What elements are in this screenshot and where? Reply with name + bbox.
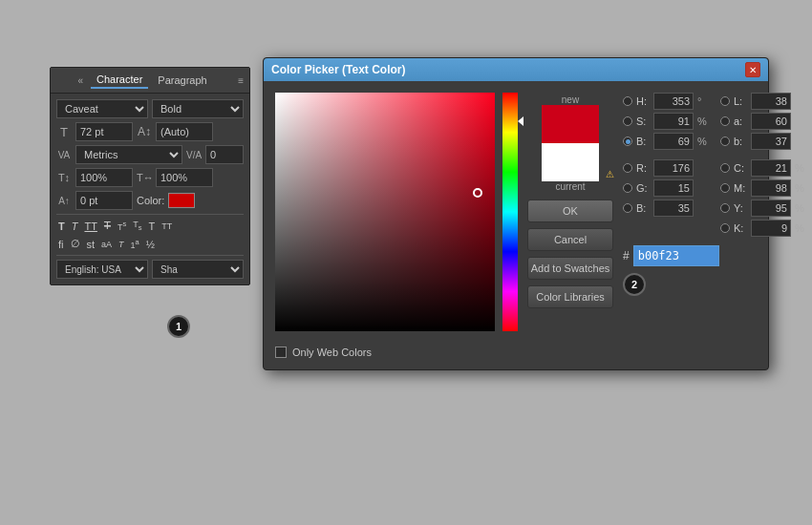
format-row-2: fi ∅ st aA T 1a ½ [56, 237, 244, 251]
web-colors-checkbox[interactable] [275, 346, 287, 358]
size-leading-row: T A↕ [56, 122, 244, 141]
tab-paragraph[interactable]: Paragraph [152, 73, 212, 88]
radio-S[interactable] [623, 116, 632, 126]
font-family-select[interactable]: Caveat [56, 99, 148, 118]
input-R[interactable] [653, 159, 694, 177]
tracking-input[interactable] [205, 145, 244, 164]
tab-character[interactable]: Character [91, 72, 148, 89]
field-L: L: [720, 93, 808, 110]
radio-a[interactable] [720, 116, 730, 126]
kerning-select[interactable]: Metrics [75, 145, 182, 164]
underline-btn[interactable]: TT [82, 220, 98, 233]
radio-L[interactable] [720, 96, 730, 106]
unit-K: % [795, 222, 808, 234]
font-row: Caveat Bold [56, 99, 244, 118]
hue-slider[interactable] [502, 93, 518, 331]
input-C[interactable] [751, 159, 791, 177]
radio-Y[interactable] [720, 203, 730, 213]
fields-two-col: H: ° S: % B: [623, 93, 808, 237]
font-size-input[interactable] [75, 122, 133, 141]
radio-M[interactable] [720, 183, 730, 193]
fraction-btn[interactable]: ½ [144, 238, 157, 251]
baseline-input[interactable] [75, 191, 133, 210]
leading-input[interactable] [156, 122, 213, 141]
dialog-titlebar: Color Picker (Text Color) ✕ [264, 58, 768, 81]
dialog-close-button[interactable]: ✕ [745, 62, 760, 77]
superscript-btn[interactable]: Ts [116, 219, 128, 233]
font-style-select[interactable]: Bold [152, 99, 244, 118]
radio-B2[interactable] [623, 203, 632, 213]
hscale-input[interactable] [156, 168, 213, 187]
cancel-button[interactable]: Cancel [527, 228, 613, 251]
radio-B[interactable] [623, 136, 632, 146]
language-select[interactable]: English: USA [56, 260, 148, 279]
input-Y[interactable] [751, 200, 791, 217]
field-S: S: % [623, 113, 711, 130]
ligature-btn[interactable]: fi [56, 238, 66, 251]
radio-C[interactable] [720, 163, 730, 173]
input-S[interactable] [653, 113, 694, 130]
gradient-hue-row [275, 93, 518, 331]
input-b[interactable] [751, 133, 791, 150]
radio-K[interactable] [720, 223, 730, 233]
field-K: K: % [720, 220, 808, 237]
input-B[interactable] [653, 133, 694, 150]
label-H: H: [636, 95, 650, 107]
unit-H: ° [697, 95, 711, 107]
ordinal-btn[interactable]: aA [99, 239, 114, 250]
collapse-icon[interactable]: « [77, 75, 83, 86]
tracking-icon: V/A [186, 150, 202, 160]
input-H[interactable] [653, 93, 694, 110]
color-libraries-button[interactable]: Color Libraries [527, 285, 613, 308]
nofrac-btn[interactable]: ∅ [69, 237, 82, 251]
label-S: S: [636, 116, 650, 127]
swatch-new[interactable] [542, 105, 599, 143]
faux-italic-btn[interactable]: T [117, 239, 126, 250]
hscale-icon: T↔ [137, 172, 152, 183]
italic-btn[interactable]: T [70, 220, 80, 233]
unit-B: % [697, 136, 711, 147]
input-G[interactable] [653, 179, 694, 197]
vscale-input[interactable] [75, 168, 133, 187]
bold-btn[interactable]: T [56, 220, 67, 233]
label-Y: Y: [734, 202, 747, 214]
input-M[interactable] [751, 179, 791, 197]
sharpness-select[interactable]: Sha [152, 260, 244, 279]
gradient-field[interactable] [275, 93, 495, 331]
leading-icon: A↕ [137, 125, 152, 138]
input-L[interactable] [751, 93, 791, 110]
color-swatch[interactable] [168, 193, 195, 208]
subscript-btn[interactable]: Ts [131, 219, 143, 233]
field-M: M: % [720, 179, 808, 197]
web-colors-row: Only Web Colors [275, 339, 518, 358]
field-a: a: [720, 113, 808, 130]
oldstyle-btn[interactable]: st [85, 238, 97, 251]
dialog-title: Color Picker (Text Color) [271, 63, 405, 76]
web-colors-label: Only Web Colors [292, 346, 372, 358]
radio-G[interactable] [623, 183, 632, 193]
smallcaps-btn[interactable]: TT [160, 220, 174, 232]
panel-menu-icon[interactable]: ≡ [238, 75, 244, 86]
input-B2[interactable] [653, 200, 694, 217]
field-G: G: [623, 179, 711, 197]
label-M: M: [734, 182, 747, 194]
radio-R[interactable] [623, 163, 632, 173]
input-K[interactable] [751, 220, 791, 237]
kerning-tracking-row: VA Metrics V/A [56, 145, 244, 164]
allcaps-btn[interactable]: T [146, 220, 157, 233]
hex-input[interactable] [633, 245, 719, 266]
input-a[interactable] [751, 113, 791, 130]
strikethrough-btn[interactable]: T̶ [102, 219, 113, 233]
baseline-icon: A↑ [56, 196, 72, 206]
hue-slider-container [502, 93, 518, 331]
radio-H[interactable] [623, 96, 632, 106]
char-panel-header: « Character Paragraph ≡ [51, 68, 249, 94]
faux-num-btn[interactable]: 1a [129, 237, 141, 251]
fields-section: H: ° S: % B: [623, 93, 808, 358]
ok-button[interactable]: OK [527, 200, 613, 222]
swatch-current[interactable] [542, 143, 599, 181]
radio-b[interactable] [720, 136, 730, 146]
add-to-swatches-button[interactable]: Add to Swatches [527, 257, 613, 280]
swatch-buttons-section: new ⚠ current OK Cancel Add to Swatches … [527, 93, 613, 358]
kerning-icon: VA [56, 150, 72, 160]
